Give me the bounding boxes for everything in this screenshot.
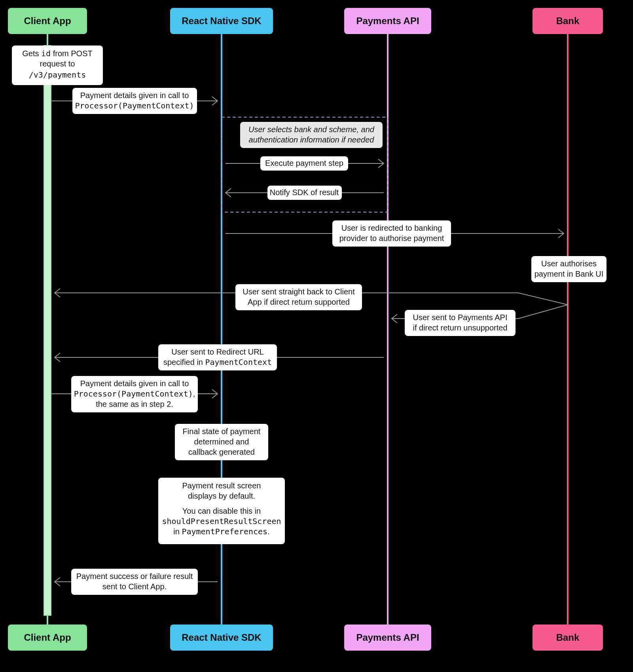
note-final-state: Final state of payment determined and ca… bbox=[175, 424, 268, 460]
svg-text:authentication information if : authentication information if needed bbox=[249, 135, 375, 144]
svg-text:callback generated: callback generated bbox=[188, 448, 255, 456]
actor-bank-label-bottom: Bank bbox=[556, 632, 580, 643]
svg-text:Payment details given in call : Payment details given in call to bbox=[80, 379, 189, 388]
svg-text:Notify SDK of result: Notify SDK of result bbox=[270, 188, 339, 197]
actor-sdk-label-top: React Native SDK bbox=[182, 15, 262, 26]
actor-sdk-bottom: React Native SDK bbox=[170, 625, 273, 651]
note-result-screen: Payment result screen displays by defaul… bbox=[158, 478, 285, 544]
svg-text:Payment result screen: Payment result screen bbox=[182, 481, 261, 490]
actor-api-top: Payments API bbox=[344, 8, 431, 34]
svg-text:Payment success or failure res: Payment success or failure result bbox=[76, 572, 193, 581]
svg-text:in PaymentPreferences.: in PaymentPreferences. bbox=[173, 527, 269, 536]
note-post-payments: Gets id from POST request to /v3/payment… bbox=[12, 46, 103, 85]
svg-text:specified in PaymentContext: specified in PaymentContext bbox=[163, 357, 272, 367]
svg-text:User authorises: User authorises bbox=[541, 259, 597, 268]
svg-text:Execute payment step: Execute payment step bbox=[265, 159, 343, 167]
note-notify-sdk: Notify SDK of result bbox=[267, 186, 342, 200]
actor-bank-top: Bank bbox=[533, 8, 603, 34]
svg-text:determined and: determined and bbox=[194, 437, 249, 446]
svg-text:payment in Bank UI: payment in Bank UI bbox=[534, 270, 604, 278]
svg-text:Payment details given in call : Payment details given in call to bbox=[80, 91, 189, 100]
svg-text:/v3/payments: /v3/payments bbox=[29, 70, 86, 80]
svg-text:User sent to Payments API: User sent to Payments API bbox=[413, 313, 508, 322]
actor-api-bottom: Payments API bbox=[344, 625, 431, 651]
svg-text:User sent to Redirect URL: User sent to Redirect URL bbox=[171, 347, 263, 356]
svg-text:Final state of payment: Final state of payment bbox=[183, 427, 261, 436]
svg-text:You can disable this in: You can disable this in bbox=[182, 507, 261, 515]
actor-bank-bottom: Bank bbox=[533, 625, 603, 651]
note-redirect-url: User sent to Redirect URL specified in P… bbox=[158, 344, 277, 370]
svg-text:sent to Client App.: sent to Client App. bbox=[102, 582, 167, 591]
svg-text:Processor(PaymentContext): Processor(PaymentContext) bbox=[75, 101, 194, 110]
actor-client-top: Client App bbox=[8, 8, 87, 34]
actor-api-label-top: Payments API bbox=[356, 15, 419, 26]
note-processor-call-1: Payment details given in call to Process… bbox=[72, 88, 197, 114]
svg-text:User selects bank and scheme, : User selects bank and scheme, and bbox=[248, 125, 375, 134]
actor-api-label-bottom: Payments API bbox=[356, 632, 419, 643]
note-direct-return: User sent straight back to Client App if… bbox=[235, 284, 362, 310]
note-return-unsupported: User sent to Payments API if direct retu… bbox=[405, 310, 515, 336]
note-execute-payment-step: Execute payment step bbox=[260, 156, 348, 171]
note-user-authorises: User authorises payment in Bank UI bbox=[531, 256, 606, 282]
svg-text:App if direct return supported: App if direct return supported bbox=[248, 298, 350, 306]
actor-sdk-top: React Native SDK bbox=[170, 8, 273, 34]
note-redirect-to-bank: User is redirected to banking provider t… bbox=[332, 220, 451, 247]
svg-text:displays by default.: displays by default. bbox=[188, 492, 255, 500]
sequence-diagram: Client App React Native SDK Payments API… bbox=[0, 0, 633, 672]
svg-text:request to: request to bbox=[40, 59, 75, 68]
svg-text:Gets id from POST: Gets id from POST bbox=[22, 49, 92, 58]
actor-client-label-bottom: Client App bbox=[24, 632, 71, 643]
note-payment-result: Payment success or failure result sent t… bbox=[71, 569, 198, 595]
actor-client-bottom: Client App bbox=[8, 625, 87, 651]
svg-text:the same as in step 2.: the same as in step 2. bbox=[96, 400, 173, 408]
activation-client bbox=[44, 46, 51, 615]
svg-text:Processor(PaymentContext),: Processor(PaymentContext), bbox=[74, 389, 195, 399]
svg-text:if direct return unsupported: if direct return unsupported bbox=[413, 323, 507, 332]
svg-text:provider to authorise payment: provider to authorise payment bbox=[339, 234, 444, 243]
svg-text:User sent straight back to Cli: User sent straight back to Client bbox=[243, 287, 355, 296]
svg-text:shouldPresentResultScreen: shouldPresentResultScreen bbox=[162, 516, 281, 526]
actor-client-label-top: Client App bbox=[24, 15, 71, 26]
actor-bank-label-top: Bank bbox=[556, 15, 580, 26]
actor-sdk-label-bottom: React Native SDK bbox=[182, 632, 262, 643]
svg-text:User is redirected to banking: User is redirected to banking bbox=[341, 224, 442, 232]
note-processor-call-2: Payment details given in call to Process… bbox=[71, 376, 198, 412]
note-user-selects-bank: User selects bank and scheme, and authen… bbox=[240, 122, 383, 148]
